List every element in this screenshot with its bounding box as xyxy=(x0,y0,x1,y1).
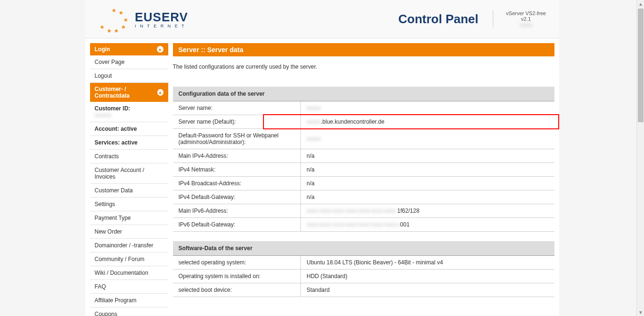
row-label: selected boot device: xyxy=(173,283,301,297)
content-description: The listed configurations are currently … xyxy=(173,56,554,77)
config-table: Configuration data of the server Server … xyxy=(173,87,554,232)
row-label: Server name (Default): xyxy=(173,115,301,129)
logo: ★ ★ ★ ★ ★ ★ ★ EUSERV I N T E R N E T xyxy=(95,5,188,33)
table-row: Main IPv6-Address: xxxx:xxxx:xxxx:xxxx:x… xyxy=(173,204,554,218)
row-value: xxxxx xyxy=(301,129,554,149)
software-table: Software-Data of the server selected ope… xyxy=(173,241,554,297)
sidebar-item-invoices[interactable]: Customer Account / Invoices xyxy=(90,163,168,184)
sidebar-item-contracts[interactable]: Contracts xyxy=(90,150,168,163)
chevron-up-icon: ▲ xyxy=(157,89,163,96)
sidebar-header-label: Login xyxy=(95,46,110,53)
sidebar-customer-header[interactable]: Customer- / Contractdata ▲ xyxy=(90,83,168,102)
version-info: vServer VS2-free v2.1 xxxxx xyxy=(493,10,550,27)
row-label: Main IPv6-Address: xyxy=(173,204,301,218)
table-row: Default-Password for SSH or Webpanel (ad… xyxy=(173,129,554,149)
sidebar-item-faq[interactable]: FAQ xyxy=(90,280,168,294)
row-label: selected operating system: xyxy=(173,256,301,270)
table-row: Server name: xxxxx xyxy=(173,101,554,115)
row-value: xxxxx.blue.kundencontroller.de xyxy=(301,115,554,129)
row-label: Default-Password for SSH or Webpanel (ad… xyxy=(173,129,301,149)
version-line1: vServer VS2-free xyxy=(503,10,550,16)
sidebar-item-customer-data[interactable]: Customer Data xyxy=(90,184,168,198)
sidebar-customer-id: Customer ID: xxxxxx xyxy=(90,102,168,122)
row-value: xxxxx xyxy=(301,101,554,115)
sidebar-item-payment-type[interactable]: Payment Type xyxy=(90,211,168,225)
table-row: IPv4 Broadcast-Address: n/a xyxy=(173,177,554,190)
table-row: selected boot device: Standard xyxy=(173,283,554,297)
row-value: xxxx:xxxx:xxxx:xxxx:xxxx:xxxx:xxxx:1f62/… xyxy=(301,204,554,218)
table-row: selected operating system: Ubuntu 18.04 … xyxy=(173,256,554,270)
table-row: IPv4 Netmask: n/a xyxy=(173,163,554,177)
scrollbar-thumb[interactable] xyxy=(638,9,644,122)
sidebar-item-domain-order[interactable]: Domainorder / -transfer xyxy=(90,239,168,253)
sidebar-item-logout[interactable]: Logout xyxy=(90,69,168,83)
row-label: IPv4 Default-Gateway: xyxy=(173,190,301,204)
sidebar-services-status: Services: active xyxy=(90,136,168,150)
sidebar-item-wiki[interactable]: Wiki / Documentation xyxy=(90,266,168,280)
config-table-title: Configuration data of the server xyxy=(173,87,554,101)
sidebar-item-settings[interactable]: Settings xyxy=(90,198,168,211)
sidebar-item-new-order[interactable]: New Order xyxy=(90,225,168,239)
sidebar-item-community[interactable]: Community / Forum xyxy=(90,253,168,266)
chevron-up-icon: ▲ xyxy=(157,46,163,53)
sidebar-item-coupons[interactable]: Coupons xyxy=(90,307,168,316)
content-header: Server :: Server data xyxy=(173,43,554,56)
table-row: Server name (Default): xxxxx.blue.kunden… xyxy=(173,115,554,129)
scroll-up-icon[interactable]: ▲ xyxy=(637,0,644,8)
logo-text: EUSERV xyxy=(135,10,188,25)
sidebar-login-header[interactable]: Login ▲ xyxy=(90,43,168,55)
software-table-title: Software-Data of the server xyxy=(173,241,554,256)
row-label: IPv4 Broadcast-Address: xyxy=(173,177,301,190)
row-label: Operating system is installed on: xyxy=(173,270,301,283)
version-blur: xxxxx xyxy=(503,22,550,27)
sidebar-item-affiliate[interactable]: Affiliate Program xyxy=(90,294,168,307)
sidebar-item-cover-page[interactable]: Cover Page xyxy=(90,55,168,69)
row-value: n/a xyxy=(301,177,554,190)
table-row: IPv6 Default-Gateway: xxxx:xxxx:xxxx:xxx… xyxy=(173,218,554,232)
scroll-down-icon[interactable]: ▼ xyxy=(637,308,644,316)
row-value: n/a xyxy=(301,190,554,204)
row-label: Server name: xyxy=(173,101,301,115)
row-value: n/a xyxy=(301,163,554,177)
row-value: Standard xyxy=(301,283,554,297)
sidebar: Login ▲ Cover Page Logout Customer- / Co… xyxy=(90,43,168,316)
table-row: IPv4 Default-Gateway: n/a xyxy=(173,190,554,204)
table-row: Operating system is installed on: HDD (S… xyxy=(173,270,554,283)
row-label: Main IPv4-Address: xyxy=(173,149,301,163)
sidebar-header-label: Customer- / Contractdata xyxy=(95,86,157,99)
stars-icon: ★ ★ ★ ★ ★ ★ ★ xyxy=(95,5,133,33)
scrollbar[interactable]: ▲ ▼ xyxy=(636,0,644,316)
logo-subtext: I N T E R N E T xyxy=(135,24,188,28)
row-label: IPv4 Netmask: xyxy=(173,163,301,177)
row-value: HDD (Standard) xyxy=(301,270,554,283)
table-row: Main IPv4-Address: n/a xyxy=(173,149,554,163)
content: Server :: Server data The listed configu… xyxy=(173,43,554,316)
row-value: Ubuntu 18.04 LTS (Bionic Beaver) - 64Bit… xyxy=(301,256,554,270)
header: ★ ★ ★ ★ ★ ★ ★ EUSERV I N T E R N E T Con… xyxy=(85,0,559,38)
version-line2: v2.1 xyxy=(503,16,550,22)
row-value: xxxx:xxxx:xxxx:xxxx:xxxx:xxxx:xxxx:x001 xyxy=(301,218,554,232)
row-label: IPv6 Default-Gateway: xyxy=(173,218,301,232)
sidebar-account-status: Account: active xyxy=(90,122,168,136)
row-value: n/a xyxy=(301,149,554,163)
page-title: Control Panel xyxy=(398,12,478,27)
